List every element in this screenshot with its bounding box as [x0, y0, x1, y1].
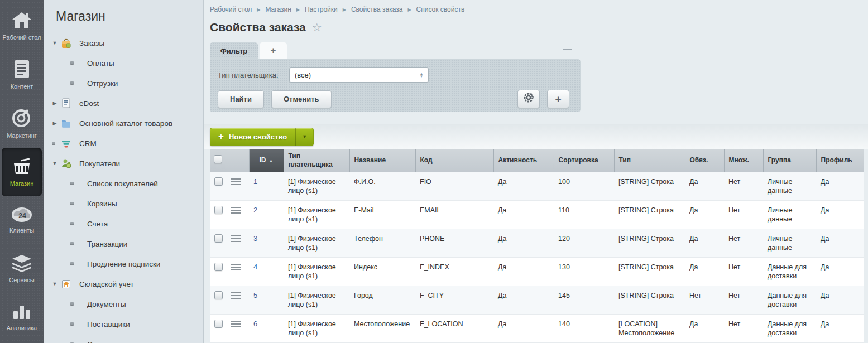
new-property-dropdown-caret[interactable]: ▼	[295, 128, 313, 146]
sidebar-item[interactable]: ▼Заказы	[44, 33, 203, 53]
main-content: Рабочий стол▶Магазин▶Настройки▶Свойства …	[204, 0, 868, 343]
expand-open-arrow-icon[interactable]: ▼	[51, 161, 59, 166]
main-nav-rail: Рабочий стол Контент Маркетинг Магазин 2…	[0, 0, 44, 343]
rail-item-analytics[interactable]: Аналитика	[0, 293, 44, 342]
add-filter-field-button[interactable]: +	[547, 90, 569, 108]
column-header[interactable]: Множ.	[724, 149, 763, 172]
sidebar-item[interactable]: ▶eDost	[44, 93, 203, 113]
row-checkbox[interactable]	[214, 177, 223, 186]
new-property-button[interactable]: + Новое свойство ▼	[210, 128, 314, 146]
row-id-link[interactable]: 5	[253, 291, 257, 299]
cell-active: Да	[493, 286, 554, 314]
sidebar-item[interactable]: ▼Покупатели	[44, 153, 203, 173]
desktop-home-icon	[11, 12, 32, 30]
column-header-label: ID	[260, 156, 266, 164]
plus-icon: +	[555, 93, 561, 105]
tab-add-filter[interactable]: +	[260, 42, 287, 59]
column-header[interactable]: Тип	[614, 149, 685, 172]
sidebar-item[interactable]: Корзины	[44, 194, 203, 214]
column-header[interactable]: ID▲	[249, 149, 284, 172]
rail-item-clients[interactable]: 24 Клиенты	[0, 196, 44, 245]
row-id-link[interactable]: 2	[253, 206, 257, 214]
list-toolbar: + Новое свойство ▼	[204, 124, 868, 149]
column-header[interactable]: Активность	[493, 149, 554, 172]
collapse-filter-icon[interactable]	[563, 49, 572, 50]
row-id-link[interactable]: 1	[253, 177, 257, 186]
rail-item-desktop[interactable]: Рабочий стол	[0, 2, 44, 51]
rail-item-content[interactable]: Контент	[0, 51, 44, 99]
row-id-link[interactable]: 6	[253, 320, 257, 328]
column-header[interactable]: Название	[349, 149, 415, 172]
cell-sort: 100	[554, 172, 614, 200]
favorite-star-icon[interactable]: ☆	[312, 21, 322, 34]
row-checkbox-cell	[210, 172, 227, 200]
cell-type: [STRING] Строка	[614, 257, 685, 286]
filter-settings-button[interactable]	[517, 90, 540, 108]
column-header[interactable]: Группа	[763, 149, 816, 172]
row-id-link[interactable]: 4	[253, 263, 257, 271]
expand-closed-arrow-icon[interactable]: ▶	[51, 120, 59, 126]
row-actions-cell	[227, 229, 249, 257]
row-menu-icon[interactable]	[231, 206, 241, 214]
store-menu-list: ▼ЗаказыОплатыОтгрузки▶eDost▶Основной кат…	[44, 33, 203, 343]
bullet-icon	[70, 322, 74, 326]
breadcrumb-link[interactable]: Магазин	[265, 6, 291, 13]
tab-filter[interactable]: Фильтр	[210, 42, 258, 59]
cancel-button[interactable]: Отменить	[271, 90, 332, 108]
row-menu-icon[interactable]	[231, 263, 241, 270]
breadcrumb-arrow-icon: ▶	[296, 7, 300, 12]
sidebar-item[interactable]: Отгрузки	[44, 73, 203, 93]
cell-profile: Да	[816, 172, 864, 200]
breadcrumb-link[interactable]: Свойства заказа	[351, 6, 402, 13]
row-checkbox[interactable]	[214, 263, 223, 271]
column-header[interactable]: Тип плательщика	[284, 149, 349, 172]
row-checkbox[interactable]	[214, 320, 223, 328]
row-menu-icon[interactable]	[231, 320, 241, 327]
sidebar-item[interactable]: CRM	[44, 133, 203, 153]
cell-code: EMAIL	[415, 200, 493, 229]
sidebar-item[interactable]: Документы	[44, 294, 203, 314]
payer-type-select[interactable]: (все) ▲▼	[289, 67, 429, 83]
sidebar-item[interactable]: Список покупателей	[44, 173, 203, 194]
row-id-link[interactable]: 3	[253, 234, 257, 243]
row-checkbox-cell	[210, 286, 227, 314]
sort-asc-arrow-icon: ▲	[269, 158, 274, 163]
cell-name: Индекс	[349, 257, 415, 286]
column-header[interactable]: Код	[415, 149, 493, 172]
row-checkbox[interactable]	[214, 291, 223, 299]
breadcrumb-arrow-icon: ▶	[407, 7, 411, 12]
rail-item-marketing[interactable]: Маркетинг	[0, 99, 44, 148]
column-header[interactable]: Обяз.	[685, 149, 724, 172]
expand-closed-arrow-icon[interactable]: ▶	[51, 100, 59, 106]
row-menu-icon[interactable]	[231, 291, 241, 299]
column-header[interactable]: Сортировка	[554, 149, 614, 172]
row-checkbox[interactable]	[214, 206, 223, 214]
row-id-cell: 2	[249, 200, 284, 229]
row-menu-icon[interactable]	[231, 177, 241, 185]
breadcrumb-link[interactable]: Список свойств	[416, 6, 465, 13]
breadcrumb-link[interactable]: Рабочий стол	[210, 6, 252, 13]
rail-item-services[interactable]: Сервисы	[0, 245, 44, 293]
row-menu-icon[interactable]	[231, 234, 241, 242]
sidebar-item[interactable]: Поставщики	[44, 314, 203, 334]
sidebar-item[interactable]: Транзакции	[44, 234, 203, 254]
sidebar-item-label: Список покупателей	[87, 180, 158, 188]
payer-type-label: Тип плательщика:	[218, 71, 289, 79]
sidebar-item[interactable]: Продление подписки	[44, 254, 203, 274]
expand-open-arrow-icon[interactable]: ▼	[51, 281, 59, 287]
select-all-checkbox[interactable]	[214, 155, 222, 163]
row-id-cell: 3	[249, 229, 284, 257]
breadcrumb-link[interactable]: Настройки	[305, 6, 338, 13]
rail-item-store[interactable]: Магазин	[2, 148, 42, 196]
sidebar-item[interactable]: Оплаты	[44, 53, 203, 73]
expand-open-arrow-icon[interactable]: ▼	[51, 40, 59, 46]
sidebar-item[interactable]: Счета	[44, 214, 203, 234]
sidebar-item-label: Продление подписки	[87, 260, 160, 268]
sidebar-item[interactable]: ▼Складской учет	[44, 274, 203, 294]
breadcrumb-arrow-icon: ▶	[257, 7, 260, 12]
find-button[interactable]: Найти	[218, 90, 264, 108]
sidebar-item[interactable]: Склады	[44, 334, 203, 343]
column-header[interactable]: Профиль	[816, 149, 864, 172]
sidebar-item[interactable]: ▶Основной каталог товаров	[44, 113, 203, 133]
row-checkbox[interactable]	[214, 234, 223, 243]
